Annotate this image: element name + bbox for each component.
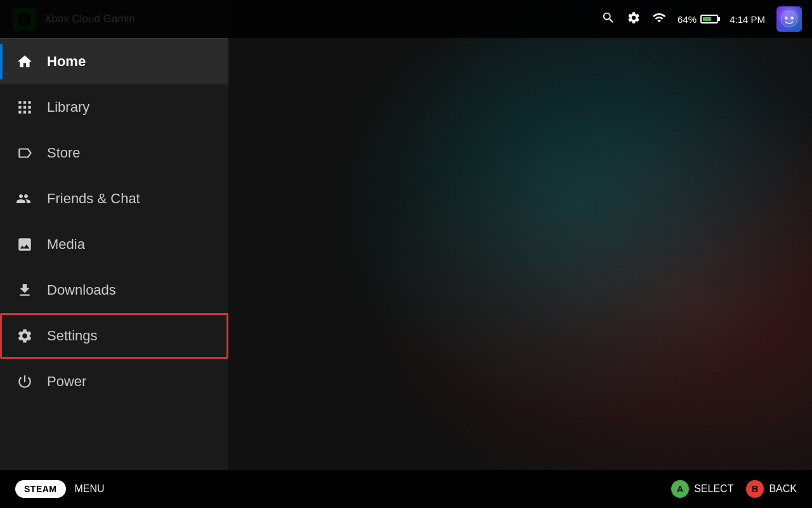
wifi-icon[interactable] (652, 11, 666, 28)
home-icon (15, 52, 34, 71)
sidebar-item-power-label: Power (47, 373, 86, 390)
sidebar-item-store[interactable]: Store (0, 130, 228, 176)
top-bar: 64% 4:14 PM (0, 0, 812, 38)
media-icon (15, 235, 34, 254)
battery-indicator: 64% (678, 14, 718, 25)
sidebar-item-downloads-label: Downloads (47, 282, 116, 298)
select-button-group: A SELECT (671, 480, 733, 498)
menu-label: MENU (75, 483, 105, 495)
sidebar-item-power[interactable]: Power (0, 359, 228, 404)
sidebar-item-settings-label: Settings (47, 328, 98, 344)
a-button-label: A (677, 484, 683, 494)
sidebar-item-downloads[interactable]: Downloads (0, 267, 228, 313)
svg-point-2 (790, 17, 794, 20)
search-icon[interactable] (601, 11, 615, 28)
sidebar-item-media[interactable]: Media (0, 222, 228, 267)
sidebar-item-library[interactable]: Library (0, 84, 228, 130)
steam-button[interactable]: STEAM (15, 480, 66, 498)
power-icon (15, 372, 34, 391)
avatar[interactable] (776, 6, 802, 32)
friends-icon (15, 189, 34, 208)
avatar-image (776, 6, 802, 32)
sidebar-item-media-label: Media (47, 236, 85, 253)
back-label: BACK (769, 483, 797, 495)
sidebar-item-store-label: Store (47, 145, 81, 161)
settings-icon[interactable] (627, 11, 641, 28)
sidebar: Xbox Cloud Gamin Home Library Store (0, 0, 228, 470)
bottom-right-controls: A SELECT B BACK (671, 480, 797, 498)
svg-point-1 (785, 17, 788, 20)
background-art (228, 0, 812, 508)
sidebar-item-friends[interactable]: Friends & Chat (0, 176, 228, 222)
sidebar-item-settings[interactable]: Settings (0, 313, 228, 359)
battery-icon (700, 15, 718, 23)
select-label: SELECT (694, 483, 733, 495)
b-button[interactable]: B (746, 480, 764, 498)
top-bar-icons: 64% 4:14 PM (601, 6, 802, 32)
library-icon (15, 98, 34, 117)
b-button-label: B (752, 484, 758, 494)
bottom-bar: STEAM MENU A SELECT B BACK (0, 470, 812, 508)
svg-point-0 (782, 11, 797, 27)
downloads-icon (15, 281, 34, 300)
a-button[interactable]: A (671, 480, 689, 498)
sidebar-item-home-label: Home (47, 53, 86, 70)
battery-percent-label: 64% (678, 14, 697, 25)
bottom-left-controls: STEAM MENU (15, 480, 105, 498)
settings-nav-icon (15, 326, 34, 345)
time-display: 4:14 PM (730, 14, 765, 25)
store-icon (15, 144, 34, 163)
sidebar-item-library-label: Library (47, 99, 89, 116)
sidebar-item-home[interactable]: Home (0, 39, 228, 84)
sidebar-item-friends-label: Friends & Chat (47, 190, 140, 207)
back-button-group: B BACK (746, 480, 797, 498)
